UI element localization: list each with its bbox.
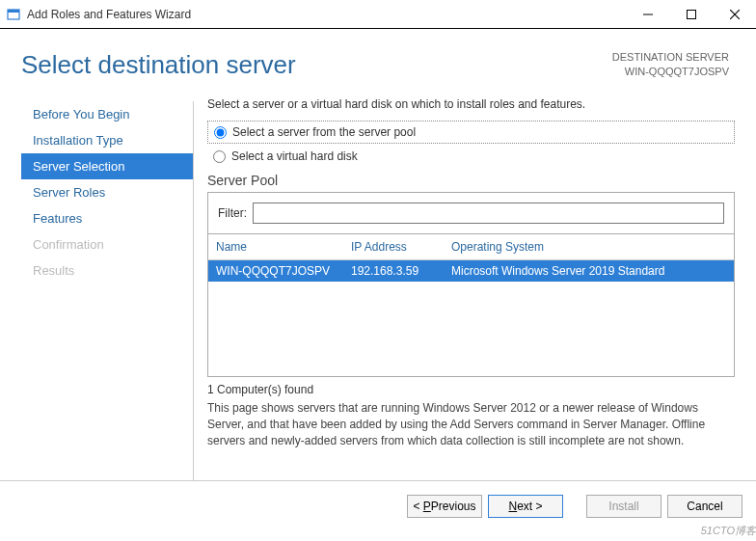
previous-button-label: Previous xyxy=(431,500,476,513)
cell-ip: 192.168.3.59 xyxy=(351,264,451,278)
cancel-button-label: Cancel xyxy=(687,500,722,513)
destination-label-caption: DESTINATION SERVER xyxy=(612,50,729,65)
server-table: Name IP Address Operating System WIN-QQQ… xyxy=(207,234,735,377)
info-note: This page shows servers that are running… xyxy=(207,400,735,448)
cancel-button[interactable]: Cancel xyxy=(667,495,742,518)
header: Select destination server DESTINATION SE… xyxy=(0,29,756,90)
minimize-button[interactable] xyxy=(626,0,669,28)
radio-vhd-input[interactable] xyxy=(213,150,226,163)
main-content: Select a server or a virtual hard disk o… xyxy=(207,90,756,480)
column-ip[interactable]: IP Address xyxy=(351,240,451,254)
maximize-button[interactable] xyxy=(669,0,713,28)
radio-server-pool-label: Select a server from the server pool xyxy=(232,125,416,139)
wizard-nav: Before You Begin Installation Type Serve… xyxy=(21,90,193,480)
window-title: Add Roles and Features Wizard xyxy=(27,8,626,21)
nav-server-selection[interactable]: Server Selection xyxy=(21,153,193,179)
instruction-text: Select a server or a virtual hard disk o… xyxy=(207,97,735,111)
app-icon xyxy=(6,7,21,22)
cell-name: WIN-QQQQT7JOSPV xyxy=(216,264,351,278)
destination-label: DESTINATION SERVER WIN-QQQQT7JOSPV xyxy=(612,50,729,80)
window-controls xyxy=(626,0,756,28)
nav-before-you-begin[interactable]: Before You Begin xyxy=(21,101,193,127)
nav-installation-type[interactable]: Installation Type xyxy=(21,127,193,153)
destination-server-name: WIN-QQQQT7JOSPV xyxy=(612,65,729,79)
server-pool-label: Server Pool xyxy=(207,173,735,188)
wizard-footer: < PPrevious Next > Install Cancel xyxy=(0,480,756,530)
filter-input[interactable] xyxy=(253,203,724,224)
radio-vhd-label: Select a virtual hard disk xyxy=(231,149,358,163)
filter-box: Filter: xyxy=(207,192,735,234)
table-row[interactable]: WIN-QQQQT7JOSPV 192.168.3.59 Microsoft W… xyxy=(208,260,734,282)
previous-button[interactable]: < PPrevious xyxy=(407,495,482,518)
computers-found-label: 1 Computer(s) found xyxy=(207,383,735,396)
radio-group: Select a server from the server pool xyxy=(207,121,735,144)
close-button[interactable] xyxy=(713,0,756,28)
nav-features[interactable]: Features xyxy=(21,205,193,231)
table-header: Name IP Address Operating System xyxy=(208,234,734,260)
cell-os: Microsoft Windows Server 2019 Standard xyxy=(451,264,726,278)
install-button: Install xyxy=(586,495,662,518)
column-name[interactable]: Name xyxy=(216,240,351,254)
filter-label: Filter: xyxy=(218,206,247,220)
svg-rect-3 xyxy=(687,10,695,18)
vertical-divider xyxy=(193,101,194,480)
svg-rect-1 xyxy=(8,10,19,13)
nav-confirmation: Confirmation xyxy=(21,231,193,257)
nav-server-roles[interactable]: Server Roles xyxy=(21,179,193,205)
nav-results: Results xyxy=(21,257,193,284)
column-os[interactable]: Operating System xyxy=(451,240,726,254)
radio-server-pool-input[interactable] xyxy=(214,126,227,139)
titlebar: Add Roles and Features Wizard xyxy=(0,0,756,29)
page-title: Select destination server xyxy=(21,50,296,80)
table-body: WIN-QQQQT7JOSPV 192.168.3.59 Microsoft W… xyxy=(208,260,734,376)
radio-vhd[interactable]: Select a virtual hard disk xyxy=(207,146,735,173)
radio-server-pool[interactable]: Select a server from the server pool xyxy=(214,125,728,139)
install-button-label: Install xyxy=(608,500,638,513)
next-button[interactable]: Next > xyxy=(488,495,563,518)
